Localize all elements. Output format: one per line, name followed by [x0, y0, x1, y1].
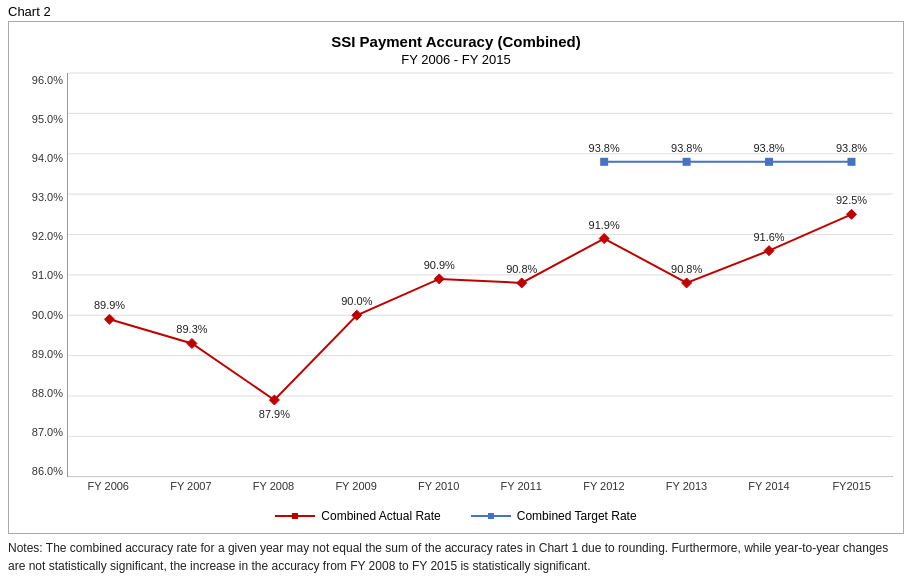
notes: Notes: The combined accuracy rate for a … — [8, 540, 904, 575]
x-axis-label: FY 2006 — [67, 480, 150, 492]
legend-actual-label: Combined Actual Rate — [321, 509, 440, 523]
svg-marker-11 — [105, 314, 115, 324]
x-axis-label: FY 2011 — [480, 480, 563, 492]
svg-text:91.9%: 91.9% — [589, 218, 620, 230]
chart-plot-area: 89.9%89.3%87.9%90.0%90.9%90.8%91.9%90.8%… — [67, 73, 893, 506]
y-axis-label: 93.0% — [32, 192, 63, 203]
y-axis: 96.0%95.0%94.0%93.0%92.0%91.0%90.0%89.0%… — [19, 73, 67, 506]
y-axis-label: 91.0% — [32, 270, 63, 281]
y-axis-label: 86.0% — [32, 466, 63, 477]
svg-marker-29 — [846, 209, 856, 219]
svg-marker-25 — [682, 277, 692, 287]
x-axis-label: FY 2007 — [150, 480, 233, 492]
x-axis-label: FY 2013 — [645, 480, 728, 492]
svg-text:93.8%: 93.8% — [671, 141, 702, 153]
legend-actual: Combined Actual Rate — [275, 509, 440, 523]
chart-subtitle: FY 2006 - FY 2015 — [19, 52, 893, 67]
x-axis: FY 2006FY 2007FY 2008FY 2009FY 2010FY 20… — [67, 477, 893, 505]
chart-label: Chart 2 — [8, 4, 904, 19]
y-axis-label: 92.0% — [32, 231, 63, 242]
svg-rect-43 — [488, 513, 494, 519]
y-axis-label: 94.0% — [32, 153, 63, 164]
page-container: Chart 2 SSI Payment Accuracy (Combined) … — [0, 0, 912, 583]
svg-text:90.9%: 90.9% — [424, 258, 455, 270]
x-axis-label: FY 2012 — [563, 480, 646, 492]
svg-text:90.0%: 90.0% — [341, 295, 372, 307]
chart-title: SSI Payment Accuracy (Combined) — [19, 32, 893, 52]
svg-marker-23 — [599, 233, 609, 243]
svg-text:93.8%: 93.8% — [589, 141, 620, 153]
svg-text:89.3%: 89.3% — [176, 323, 207, 335]
svg-rect-35 — [765, 157, 773, 165]
svg-marker-21 — [517, 277, 527, 287]
chart-area: 96.0%95.0%94.0%93.0%92.0%91.0%90.0%89.0%… — [19, 73, 893, 506]
svg-text:89.9%: 89.9% — [94, 299, 125, 311]
legend-actual-icon — [275, 510, 315, 522]
svg-text:91.6%: 91.6% — [753, 230, 784, 242]
chart-svg: 89.9%89.3%87.9%90.0%90.9%90.8%91.9%90.8%… — [68, 73, 893, 477]
legend-target-label: Combined Target Rate — [517, 509, 637, 523]
x-axis-label: FY 2014 — [728, 480, 811, 492]
y-axis-label: 88.0% — [32, 388, 63, 399]
y-axis-label: 96.0% — [32, 75, 63, 86]
svg-rect-41 — [292, 513, 298, 519]
y-axis-label: 90.0% — [32, 310, 63, 321]
legend: Combined Actual Rate Combined Target Rat… — [19, 509, 893, 523]
x-axis-label: FY 2009 — [315, 480, 398, 492]
svg-text:93.8%: 93.8% — [836, 141, 867, 153]
svg-rect-33 — [683, 157, 691, 165]
x-axis-label: FY 2008 — [232, 480, 315, 492]
chart-box: SSI Payment Accuracy (Combined) FY 2006 … — [8, 21, 904, 534]
svg-text:87.9%: 87.9% — [259, 407, 290, 419]
svg-rect-31 — [600, 157, 608, 165]
svg-marker-27 — [764, 245, 774, 255]
svg-text:90.8%: 90.8% — [506, 262, 537, 274]
svg-marker-19 — [434, 273, 444, 283]
svg-text:93.8%: 93.8% — [753, 141, 784, 153]
svg-text:92.5%: 92.5% — [836, 194, 867, 206]
y-axis-label: 87.0% — [32, 427, 63, 438]
x-axis-label: FY2015 — [810, 480, 893, 492]
legend-target-icon — [471, 510, 511, 522]
y-axis-label: 89.0% — [32, 349, 63, 360]
x-axis-label: FY 2010 — [397, 480, 480, 492]
legend-target: Combined Target Rate — [471, 509, 637, 523]
y-axis-label: 95.0% — [32, 114, 63, 125]
svg-rect-37 — [847, 157, 855, 165]
grid-and-lines: 89.9%89.3%87.9%90.0%90.9%90.8%91.9%90.8%… — [67, 73, 893, 478]
svg-text:90.8%: 90.8% — [671, 262, 702, 274]
